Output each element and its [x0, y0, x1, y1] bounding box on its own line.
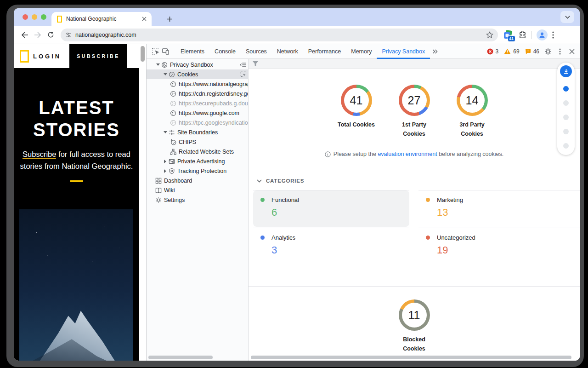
back-button[interactable]: [18, 29, 31, 41]
devtools-tab-sources[interactable]: Sources: [241, 44, 272, 59]
devtools-tab-privacy-sandbox[interactable]: Privacy Sandbox: [377, 44, 430, 59]
main-hscrollbar-thumb[interactable]: [251, 356, 571, 359]
tree-item-https-cdn-registerdisney-go-com[interactable]: https://cdn.registerdisney.go.com: [147, 89, 248, 98]
tree-item-settings[interactable]: Settings: [147, 195, 248, 205]
tree-item-label: Privacy Sandbox: [170, 62, 213, 68]
reload-button[interactable]: [44, 29, 57, 41]
tab-search-button[interactable]: [560, 11, 574, 23]
tree-item-wiki[interactable]: Wiki: [147, 185, 248, 195]
toolbar-separator: [531, 31, 532, 39]
download-report-button[interactable]: [560, 65, 572, 77]
category-card-analytics[interactable]: Analytics3: [253, 228, 409, 265]
third-party-cookies-donut[interactable]: 14 3rd Party Cookies: [453, 85, 491, 138]
categories-section-header[interactable]: CATEGORIES: [249, 170, 580, 190]
tree-item-private-advertising[interactable]: Private Advertising: [147, 156, 248, 166]
forward-button[interactable]: [31, 29, 44, 41]
profile-avatar[interactable]: [537, 29, 548, 40]
login-button[interactable]: LOGIN: [33, 53, 61, 60]
console-status-badges: 3 69 46: [487, 48, 543, 55]
tree-item-label: Private Advertising: [177, 158, 225, 165]
page-scrollbar-thumb[interactable]: [141, 46, 145, 62]
collapse-arrow-icon[interactable]: [162, 160, 168, 163]
devtools-tab-elements[interactable]: Elements: [175, 44, 209, 59]
browser-tab[interactable]: National Geographic: [51, 12, 152, 26]
story-card-image[interactable]: A one-of-a-kind journey into the Amazon: [19, 209, 133, 361]
tree-item-site-boundaries[interactable]: Site Boundaries: [147, 127, 248, 137]
expand-arrow-icon[interactable]: [155, 63, 161, 66]
nav-dot-5[interactable]: [563, 143, 569, 149]
issues-badge[interactable]: 46: [525, 48, 539, 55]
inspect-icon[interactable]: [240, 71, 246, 77]
page-scrollbar-track[interactable]: [139, 44, 146, 361]
category-dot-icon: [260, 198, 265, 202]
tree-item-chips[interactable]: CHIPS: [147, 137, 248, 147]
blocked-cookies-donut[interactable]: 11 Blocked Cookies: [396, 299, 433, 353]
blocked-cookies-section: 11 Blocked Cookies: [249, 299, 580, 353]
category-card-functional[interactable]: Functional6: [253, 190, 409, 228]
tab-close-icon[interactable]: [141, 15, 148, 23]
sidebar-hscrollbar-thumb[interactable]: [148, 356, 213, 359]
related-sets-icon: [170, 148, 177, 155]
more-tabs-icon[interactable]: [430, 46, 440, 57]
nav-dot-1[interactable]: [563, 86, 569, 92]
tree-item-https-www-google-com[interactable]: https://www.google.com: [147, 108, 248, 118]
warning-badge[interactable]: 69: [504, 48, 519, 55]
tree-item-tracking-protection[interactable]: Tracking Protection: [147, 166, 248, 176]
toolbar-separator: [173, 48, 173, 55]
nav-dot-4[interactable]: [563, 129, 569, 134]
tree-item-https-www-nationalgeographic-com[interactable]: https://www.nationalgeographic.com: [147, 79, 248, 89]
devtools-tab-performance[interactable]: Performance: [303, 44, 346, 59]
tree-item-label: Site Boundaries: [177, 129, 218, 136]
tracking-protection-icon: [168, 167, 175, 175]
devtools-menu-kebab-icon[interactable]: [555, 46, 565, 57]
category-card-marketing[interactable]: Marketing13: [418, 190, 580, 228]
devtools-close-icon[interactable]: [567, 46, 577, 57]
filter-funnel-icon[interactable]: [252, 61, 259, 67]
accent-dash: [70, 180, 83, 182]
devtools-settings-gear-icon[interactable]: [543, 46, 553, 57]
category-card-uncategorized[interactable]: Uncategorized19: [418, 228, 580, 265]
cookie-donuts-row: 41 Total Cookies 27 1st Party Cookies 14…: [249, 85, 580, 138]
tree-item-https-tpc-googlesyndication-com[interactable]: https://tpc.googlesyndication.com: [147, 118, 248, 127]
url-text[interactable]: nationalgeographic.com: [75, 32, 486, 38]
minimize-window-button[interactable]: [32, 14, 37, 20]
nav-dot-3[interactable]: [563, 115, 569, 120]
maximize-window-button[interactable]: [41, 14, 46, 20]
device-toolbar-icon[interactable]: [160, 46, 170, 57]
tree-item-privacy-sandbox[interactable]: Privacy Sandbox: [147, 60, 248, 69]
address-bar[interactable]: nationalgeographic.com: [61, 29, 498, 41]
natgeo-logo[interactable]: [20, 50, 29, 63]
devtools-tab-memory[interactable]: Memory: [346, 44, 377, 59]
expand-arrow-icon[interactable]: [162, 73, 168, 75]
browser-window: National Geographic nationalgeographic.c…: [14, 8, 580, 361]
expand-arrow-icon[interactable]: [162, 131, 168, 133]
collapse-sidebar-icon[interactable]: [240, 62, 246, 68]
new-tab-button[interactable]: [164, 13, 175, 25]
bookmark-star-icon[interactable]: [486, 31, 493, 39]
tree-item-dashboard[interactable]: Dashboard: [147, 176, 248, 185]
devtools-tab-console[interactable]: Console: [209, 44, 241, 59]
tree-item-https-securepubads-g-doubleclick-net[interactable]: https://securepubads.g.doubleclick.net: [147, 98, 248, 108]
nav-dot-2[interactable]: [563, 100, 569, 106]
private-advertising-icon: [168, 158, 175, 165]
inspect-element-icon[interactable]: [150, 46, 160, 57]
cookie-extension-icon[interactable]: 41: [503, 29, 514, 40]
devtools-tab-network[interactable]: Network: [272, 44, 303, 59]
subscribe-link[interactable]: Subscribe: [23, 150, 56, 159]
subscribe-button[interactable]: SUBSCRIBE: [69, 44, 127, 68]
extensions-puzzle-icon[interactable]: [518, 30, 527, 39]
devtools-tabs: ElementsConsoleSourcesNetworkPerformance…: [175, 44, 430, 59]
tree-item-related-website-sets[interactable]: Related Website Sets: [147, 147, 248, 156]
first-party-cookies-donut[interactable]: 27 1st Party Cookies: [396, 85, 433, 138]
browser-menu-kebab-icon[interactable]: [552, 31, 554, 39]
close-window-button[interactable]: [23, 14, 28, 20]
category-label: Marketing: [437, 196, 463, 203]
evaluation-environment-link[interactable]: evaluation environment: [378, 151, 437, 157]
site-info-icon[interactable]: [65, 32, 72, 38]
tree-item-cookies[interactable]: Cookies: [147, 69, 248, 79]
error-badge[interactable]: 3: [487, 48, 499, 55]
total-cookies-donut[interactable]: 41 Total Cookies: [338, 85, 375, 138]
privacy-sandbox-icon: [161, 61, 168, 69]
collapse-arrow-icon[interactable]: [162, 169, 168, 173]
panel-filter-toolbar: [249, 59, 580, 69]
